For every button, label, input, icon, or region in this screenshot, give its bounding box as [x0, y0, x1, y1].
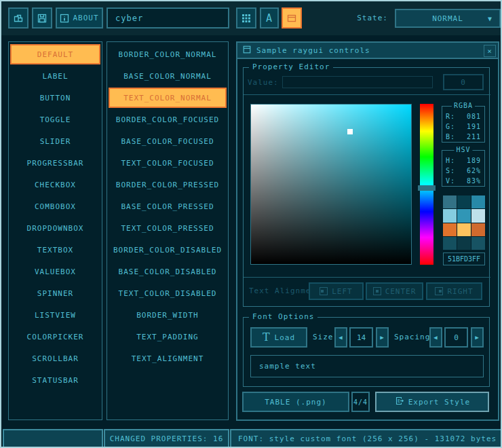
about-button[interactable]: ABOUT — [56, 7, 103, 29]
align-center-button[interactable]: CENTER — [366, 282, 423, 300]
prop-item[interactable]: BASE_COLOR_NORMAL — [109, 66, 227, 86]
h-value: 189 — [467, 155, 481, 166]
swatch[interactable] — [443, 209, 457, 222]
list-item-combobox[interactable]: COMBOBOX — [10, 196, 100, 217]
right-arrow-icon: ▶ — [475, 334, 479, 341]
left-arrow-icon: ◀ — [433, 334, 438, 341]
prop-item[interactable]: TEXT_ALIGNMENT — [109, 348, 227, 369]
prop-item[interactable]: TEXT_COLOR_PRESSED — [109, 218, 227, 238]
prop-item[interactable]: BORDER_WIDTH — [109, 305, 227, 325]
swatch[interactable] — [471, 195, 485, 208]
right-arrow-icon: ▶ — [380, 334, 384, 341]
font-load-label: Load — [275, 333, 296, 342]
close-icon[interactable]: × — [484, 45, 496, 57]
swatch[interactable] — [457, 237, 471, 250]
grid-icon — [242, 14, 251, 23]
hex-value-input[interactable]: 51BFD3FF — [443, 253, 485, 265]
list-item-statusbar[interactable]: STATUSBAR — [10, 370, 100, 390]
list-item-default[interactable]: DEFAULT — [10, 44, 100, 64]
list-item-label[interactable]: LABEL — [10, 66, 100, 86]
page-indicator: 4/4 — [351, 392, 370, 412]
hsv-box: HSV H:189 S:62% V:83% — [442, 150, 485, 187]
prop-item[interactable]: BORDER_COLOR_PRESSED — [109, 174, 227, 195]
controls-mode-button[interactable] — [282, 7, 302, 29]
list-item-slider[interactable]: SLIDER — [10, 131, 100, 151]
save-style-button[interactable] — [32, 7, 52, 29]
rgba-title: RGBA — [452, 102, 475, 109]
h-label: H: — [446, 155, 455, 166]
about-button-label: ABOUT — [73, 14, 98, 22]
size-decrement-button[interactable]: ◀ — [334, 327, 347, 348]
list-item-dropdownbox[interactable]: DROPDOWNBOX — [10, 218, 100, 238]
prop-item[interactable]: BASE_COLOR_PRESSED — [109, 196, 227, 217]
v-value: 83% — [467, 176, 481, 186]
state-label: State: — [357, 14, 388, 22]
swatch[interactable] — [457, 209, 471, 222]
prop-item[interactable]: TEXT_COLOR_FOCUSED — [109, 153, 227, 173]
r-value: 081 — [467, 111, 481, 122]
divider-line — [244, 94, 490, 95]
list-item-button[interactable]: BUTTON — [10, 88, 100, 108]
prop-item[interactable]: BORDER_COLOR_FOCUSED — [109, 109, 227, 130]
hue-handle[interactable] — [418, 185, 436, 191]
swatch[interactable] — [457, 195, 471, 208]
s-label: S: — [446, 166, 455, 176]
align-right-button[interactable]: RIGHT — [426, 282, 482, 300]
value-slider[interactable] — [282, 76, 433, 88]
g-label: G: — [446, 122, 455, 132]
prop-item[interactable]: BORDER_COLOR_NORMAL — [109, 44, 227, 64]
swatch[interactable] — [443, 223, 457, 236]
swatch[interactable] — [471, 209, 485, 222]
controls-list: DEFAULT LABEL BUTTON TOGGLE SLIDER PROGR… — [8, 41, 102, 420]
font-mode-button[interactable]: A — [260, 7, 279, 29]
info-icon — [60, 14, 69, 23]
swatch[interactable] — [471, 237, 485, 250]
list-item-valuebox[interactable]: VALUEBOX — [10, 261, 100, 282]
list-item-checkbox[interactable]: CHECKBOX — [10, 174, 100, 195]
export-style-button[interactable]: E Export Style — [375, 392, 489, 412]
align-left-button[interactable]: LEFT — [309, 282, 364, 300]
list-item-progressbar[interactable]: PROGRESSBAR — [10, 153, 100, 173]
prop-item[interactable]: BASE_COLOR_DISABLED — [109, 261, 227, 282]
spacing-decrement-button[interactable]: ◀ — [429, 327, 442, 348]
style-name-input[interactable] — [107, 7, 229, 29]
sample-text-input[interactable]: sample text — [250, 355, 484, 377]
list-item-listview[interactable]: LISTVIEW — [10, 305, 100, 325]
style-table-mode-button[interactable] — [236, 7, 256, 29]
b-label: B: — [446, 132, 455, 142]
state-dropdown[interactable]: NORMAL ▼ — [395, 9, 501, 28]
window-titlebar: Sample raygui controls × — [237, 43, 498, 59]
list-item-colorpicker[interactable]: COLORPICKER — [10, 326, 100, 347]
spacing-increment-button[interactable]: ▶ — [471, 327, 484, 348]
swatch[interactable] — [443, 237, 457, 250]
swatch[interactable] — [471, 223, 485, 236]
prop-item[interactable]: BORDER_COLOR_DISABLED — [109, 240, 227, 260]
table-png-button[interactable]: TABLE (.png) — [242, 392, 349, 412]
align-right-icon — [435, 287, 443, 295]
swatch[interactable] — [443, 195, 457, 208]
list-item-scrollbar[interactable]: SCROLLBAR — [10, 348, 100, 369]
font-load-button[interactable]: T Load — [250, 327, 307, 348]
prop-item-selected[interactable]: TEXT_COLOR_NORMAL — [109, 88, 227, 108]
left-arrow-icon: ◀ — [339, 334, 343, 341]
list-item-textbox[interactable]: TEXTBOX — [10, 240, 100, 260]
size-value-box[interactable]: 14 — [349, 327, 373, 348]
color-panel[interactable] — [250, 104, 412, 265]
g-value: 191 — [467, 122, 481, 132]
properties-list: BORDER_COLOR_NORMAL BASE_COLOR_NORMAL TE… — [107, 41, 229, 420]
list-item-spinner[interactable]: SPINNER — [10, 283, 100, 303]
hue-bar[interactable] — [420, 104, 433, 265]
size-increment-button[interactable]: ▶ — [376, 327, 389, 348]
align-left-icon — [320, 287, 328, 295]
swatch[interactable] — [457, 223, 471, 236]
prop-item[interactable]: BASE_COLOR_FOCUSED — [109, 131, 227, 151]
open-style-button[interactable] — [8, 7, 28, 29]
list-item-toggle[interactable]: TOGGLE — [10, 109, 100, 130]
prop-item[interactable]: TEXT_COLOR_DISABLED — [109, 283, 227, 303]
b-value: 211 — [467, 132, 481, 142]
prop-item[interactable]: TEXT_PADDING — [109, 326, 227, 347]
font-T-icon: T — [263, 333, 271, 342]
spacing-value-box[interactable]: 0 — [444, 327, 468, 348]
statusbar-left — [3, 429, 103, 448]
value-button[interactable]: 0 — [443, 74, 484, 90]
